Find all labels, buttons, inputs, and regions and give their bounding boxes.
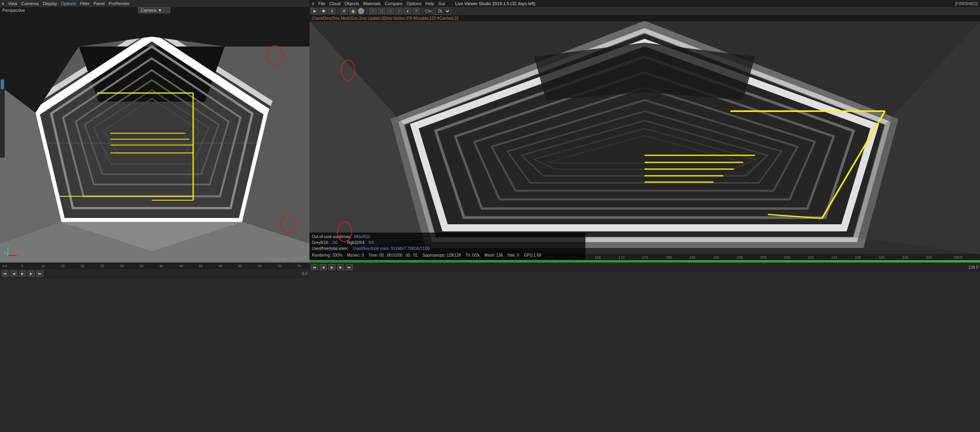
svg-marker-3 [28,31,276,228]
svg-text:35: 35 [140,264,143,268]
svg-marker-56 [853,21,980,254]
right-menu-help[interactable]: Help [425,1,434,6]
right-menu-objects[interactable]: Objects [345,1,359,6]
toolbar-img4-btn[interactable]: □ [395,8,402,14]
left-menu-hamburger[interactable]: ≡ [2,1,4,6]
left-viewport[interactable]: X Y Grid Spacing : 10000 cm [0,7,309,263]
svg-marker-40 [474,88,815,199]
svg-text:195: 195 [737,255,743,259]
timeline-ruler-left[interactable]: 0 F 5 10 15 20 25 30 35 40 45 50 55 60 6… [0,263,309,269]
right-play-end-btn[interactable]: ⏭ [346,264,353,270]
stat-rgb-value: 0/0 [369,240,374,246]
svg-marker-6 [35,37,268,222]
toolbar-circle-btn[interactable] [358,8,364,14]
right-play-start-btn[interactable]: ⏮ [311,264,318,270]
left-menu-cameras[interactable]: Cameras [21,1,39,6]
chevron-down-icon: ▼ [158,8,162,13]
progress-bar-container [309,260,980,263]
bottom-left-area [0,278,309,432]
play-next-btn[interactable]: ▶ [28,270,35,277]
right-menu-materials[interactable]: Materials [363,1,381,6]
svg-text:190: 190 [713,255,719,259]
svg-marker-41 [492,100,797,191]
svg-marker-10 [85,80,219,174]
toolbar-img2-btn[interactable]: □ [378,8,385,14]
right-play-prev-btn[interactable]: ◀ [320,264,327,270]
svg-text:10: 10 [41,264,45,268]
toolbar-lock-btn[interactable]: 🔒 [349,8,356,14]
toolbar-sep-1 [338,8,338,14]
svg-marker-4 [28,31,276,228]
svg-marker-45 [547,136,743,163]
left-menu-prorender[interactable]: ProRender [108,1,129,6]
stat-grey-label: Grey8/16: [312,240,329,246]
svg-marker-26 [0,222,309,263]
right-menu-options[interactable]: Options [406,1,421,6]
status-text: CheckOms/2ms MeshGen:2ms Update:0|0ms No… [312,16,458,20]
side-scroll-btn-1[interactable] [1,80,4,89]
right-toolbar: ▶ ⏹ ⏸ ⚙ 🔒 □ □ □ □ ♦ ? Chn: DL [309,7,980,15]
play-btn[interactable]: ▶ [19,270,26,277]
toolbar-settings-btn[interactable]: ⚙ [341,8,348,14]
svg-marker-25 [61,222,242,251]
chn-select[interactable]: DL [435,8,451,15]
right-menu-gui[interactable]: Gui [438,1,445,6]
right-play-btn[interactable]: ▶ [328,264,335,270]
right-viewport[interactable] [309,21,980,254]
stat-hair: Hair: 0 [508,252,519,258]
toolbar-img3-btn[interactable]: □ [387,8,394,14]
svg-text:65: 65 [258,264,262,268]
right-play-next-btn[interactable]: ▶ [337,264,344,270]
stat-rendering-label: Rendering: 100% [312,252,342,258]
svg-text:185: 185 [689,255,695,259]
right-menu-compare[interactable]: Compare [385,1,402,6]
svg-text:X: X [17,253,19,257]
svg-marker-55 [309,21,436,254]
svg-text:0 F: 0 F [2,264,8,268]
camera-dropdown[interactable]: Camera ▼ [138,7,170,13]
svg-text:215: 215 [831,255,837,259]
play-start-btn[interactable]: ⏮ [2,270,9,277]
play-prev-btn[interactable]: ◀ [10,270,17,277]
toolbar-stop-btn[interactable]: ⏹ [320,8,327,14]
red-circle-bottom-right-left [280,215,297,234]
svg-marker-35 [404,33,885,237]
stat-out-of-core-label: Out-of-core used/max: [312,234,351,240]
right-statusbar: CheckOms/2ms MeshGen:2ms Update:0|0ms No… [309,15,980,21]
svg-marker-43 [522,121,768,176]
svg-text:40: 40 [159,264,163,268]
stat-grey-value: 0/0 [332,240,338,246]
play-end-btn[interactable]: ⏭ [36,270,43,277]
svg-text:180: 180 [666,255,672,259]
toolbar-help-btn[interactable]: ? [413,8,420,14]
left-menu-options[interactable]: Options [61,1,76,6]
svg-marker-5 [79,47,225,102]
svg-marker-2 [0,165,309,263]
svg-marker-24 [242,7,309,244]
left-viewport-scene: X Y [0,7,309,263]
progress-bar-fill [309,260,980,263]
toolbar-pause-btn[interactable]: ⏸ [328,8,335,14]
right-menu-cloud[interactable]: Cloud [329,1,341,6]
left-menu-view[interactable]: View [8,1,17,6]
svg-marker-38 [436,57,853,218]
left-menubar: ≡ View Cameras Display Options Filter Pa… [0,0,309,7]
left-menu-display[interactable]: Display [43,1,57,6]
right-menu-file[interactable]: File [318,1,325,6]
left-menu-panel[interactable]: Panel [93,1,104,6]
toolbar-img1-btn[interactable]: □ [369,8,376,14]
toolbar-play-btn[interactable]: ▶ [311,8,318,14]
right-menu-hamburger[interactable]: ≡ [312,1,314,6]
svg-marker-9 [76,70,229,184]
bottom-controls-right: ⏮ ◀ ▶ ▶ ⏭ 239 F [309,263,980,272]
toolbar-sep-3 [422,8,423,14]
left-menu-filter[interactable]: Filter [80,1,89,6]
stat-time: Time: 00 : 00:01/00 : 00 : 01 [369,252,418,258]
svg-text:Y: Y [7,243,9,247]
svg-text:200: 200 [760,255,766,259]
stat-tri: Tri: 0/2k [466,252,480,258]
bottom-right-area [309,272,980,432]
toolbar-diamond-btn[interactable]: ♦ [404,8,411,14]
left-side-scroll [0,79,5,158]
app-title: Live Viewer Studio 2019.1.5 (32 days lef… [455,1,535,6]
